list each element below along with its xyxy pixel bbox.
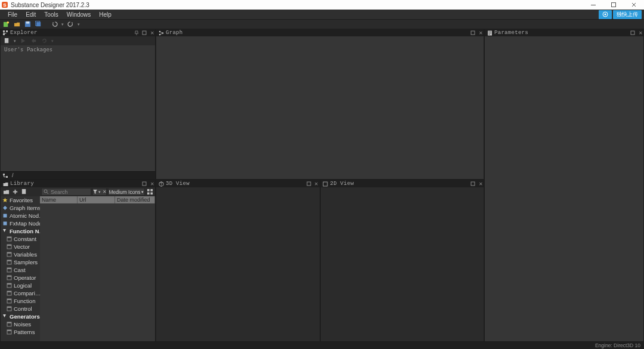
library-tree-item[interactable]: Atomic Nod… [1,212,40,220]
library-tree-item[interactable]: Cast [1,266,40,274]
explorer-export-button[interactable] [29,37,38,45]
explorer-body[interactable]: User's Packages [1,45,155,171]
library-tree-item[interactable]: Noises [1,320,40,328]
menu-help[interactable]: Help [95,11,116,18]
menu-file[interactable]: File [4,11,21,18]
svg-rect-61 [7,322,11,323]
library-columns-header[interactable]: Name Url Date modified [40,196,155,203]
parameters-body[interactable] [485,36,643,341]
library-header[interactable]: Library ✕ [1,180,155,187]
library-filter-button[interactable] [20,188,28,196]
library-tree-item[interactable]: Constant [1,235,40,243]
panel-close-button[interactable]: ✕ [637,30,643,36]
window-close-button[interactable] [624,0,644,10]
panel-float-button[interactable] [141,181,147,187]
status-bar: Engine: Direct3D 10 [0,342,644,349]
library-tree-item[interactable]: Favorites [1,196,40,204]
panel-close-button[interactable]: ✕ [314,181,320,187]
breadcrumb-segment[interactable]: / [12,172,14,178]
library-tree-label: FxMap Nodes [10,220,40,227]
svg-marker-18 [32,39,36,43]
save-all-button[interactable] [34,20,43,29]
library-tree-item[interactable]: Graph Items [1,204,40,212]
explorer-breadcrumb[interactable]: / [1,171,155,179]
library-view-size-dropdown[interactable]: Medium Icons ▾ [108,188,145,196]
parameters-header[interactable]: Parameters ✕ [485,29,643,36]
library-content[interactable] [40,203,155,341]
panel-float-button[interactable] [141,30,147,36]
library-tree-label: Samplers [14,259,38,265]
library-add-button[interactable] [11,188,19,196]
svg-rect-58 [7,307,11,308]
library-tree-item[interactable]: Function [1,297,40,305]
library-tree-item[interactable]: Patterns [1,328,40,336]
explorer-compute-button[interactable] [18,37,27,45]
library-tree-label: Vector [14,243,30,250]
undo-button[interactable] [50,20,59,29]
panel-float-button[interactable] [470,30,476,36]
library-tree-label: Control [14,305,32,312]
menu-edit[interactable]: Edit [21,11,40,18]
svg-rect-3 [612,3,616,7]
svg-rect-16 [5,38,8,43]
explorer-new-dropdown[interactable]: ▾ [13,39,17,44]
clear-filter-icon[interactable]: ✕ [103,189,107,194]
panel-float-button[interactable] [630,30,636,36]
library-tree-item[interactable]: Function N… [1,227,40,235]
redo-history-dropdown[interactable]: ▾ [77,22,80,27]
3d-view-panel: 3D View ✕ [156,180,320,342]
graph-canvas[interactable] [156,36,484,179]
library-tree-item[interactable]: Operator [1,274,40,282]
svg-marker-17 [21,39,25,43]
panel-close-button[interactable]: ✕ [149,30,155,36]
library-tree-label: Noises [14,321,31,328]
library-col-date[interactable]: Date modified [115,196,155,203]
panel-pin-icon[interactable] [134,30,140,36]
open-button[interactable] [13,20,21,29]
explorer-header[interactable]: Explorer ✕ [1,29,155,36]
window-minimize-button[interactable] [583,0,603,10]
library-filter-dropdown[interactable]: ▾ ✕ [92,188,107,196]
explorer-root-item[interactable]: User's Packages [1,45,155,54]
svg-rect-66 [150,189,153,192]
menu-windows[interactable]: Windows [63,11,95,18]
library-tree-item[interactable]: Variables [1,251,40,258]
3d-view-header[interactable]: 3D View ✕ [156,180,320,187]
library-search-input[interactable]: Search [41,188,91,196]
panel-close-button[interactable]: ✕ [149,181,155,187]
explorer-refresh-dropdown[interactable]: ▾ [51,39,54,44]
panel-close-button[interactable]: ✕ [478,181,484,187]
explorer-toolbar: ▾ ▾ [1,36,155,45]
undo-history-dropdown[interactable]: ▾ [61,22,64,27]
window-maximize-button[interactable] [603,0,624,10]
upload-button[interactable]: 独快上传 [613,10,642,19]
library-tree-item[interactable]: Vector [1,243,40,251]
library-tree-item[interactable]: FxMap Nodes [1,220,40,227]
panel-float-button[interactable] [470,181,476,187]
library-tree-item[interactable]: Generators [1,313,40,320]
svg-rect-28 [488,34,490,35]
graph-header[interactable]: Graph ✕ [156,29,484,36]
library-view-mode-button[interactable] [146,188,154,196]
library-tree-item[interactable]: Compari… [1,289,40,297]
library-tree-item[interactable]: Samplers [1,258,40,266]
library-tree-item[interactable]: Control [1,305,40,313]
svg-rect-26 [488,32,491,32]
library-col-url[interactable]: Url [78,196,115,203]
library-col-name[interactable]: Name [40,196,78,203]
save-button[interactable] [23,20,32,29]
svg-rect-68 [150,192,153,194]
2d-view-header[interactable]: 2D View ✕ [321,180,484,187]
panel-close-button[interactable]: ✕ [478,30,484,36]
redo-button[interactable] [66,20,75,29]
library-folder-button[interactable] [2,188,10,196]
explorer-refresh-button[interactable] [40,37,49,45]
library-tree-item[interactable]: Logical [1,282,40,289]
library-tree[interactable]: FavoritesGraph ItemsAtomic Nod…FxMap Nod… [1,196,40,341]
panel-float-button[interactable] [306,181,312,187]
substance-share-button[interactable] [599,10,612,19]
cube-icon [2,213,8,218]
new-substance-button[interactable] [2,20,11,29]
explorer-new-button[interactable] [2,37,11,45]
menu-tools[interactable]: Tools [40,11,62,18]
